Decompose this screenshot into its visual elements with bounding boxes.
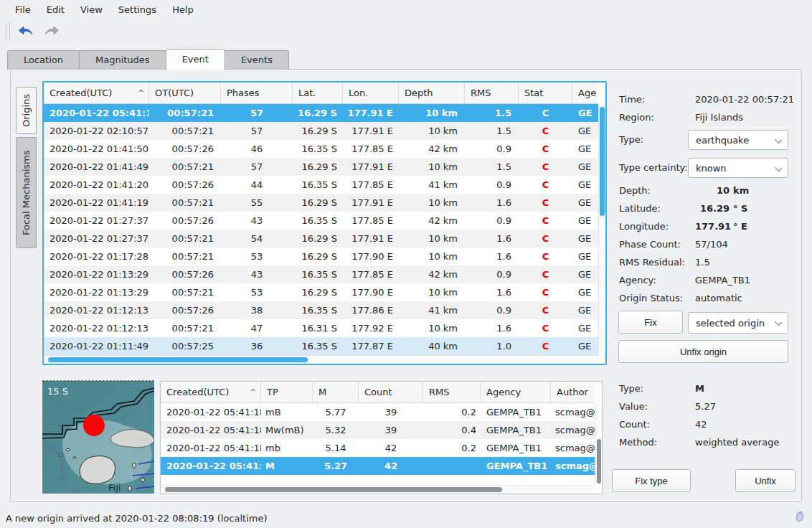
fix-button[interactable]: Fix: [618, 311, 683, 334]
table-cell: 2020-01-22 01:41:20: [44, 176, 149, 194]
table-row[interactable]: 2020-01-22 01:27:3700:57:215416.29 S177.…: [44, 230, 598, 248]
table-cell: 00:57:26: [149, 212, 221, 230]
magnitudes-table: Created(UTC)^TPMCountRMSAgencyAuthor2020…: [160, 381, 603, 494]
table-row[interactable]: 2020-01-22 05:41:18Mw(mB)5.32390.4GEMPA_…: [161, 421, 595, 439]
table-row[interactable]: 2020-01-22 05:41:18mB5.77390.2GEMPA_TB1s…: [161, 403, 595, 421]
region-value: Fiji Islands: [695, 112, 743, 123]
table-cell: GEMPA_TB1: [481, 403, 551, 421]
tab-location[interactable]: Location: [7, 50, 80, 70]
table-row[interactable]: 2020-01-22 01:41:2000:57:264416.35 S177.…: [44, 176, 598, 194]
menu-settings[interactable]: Settings: [110, 1, 164, 18]
undo-button[interactable]: [16, 22, 36, 40]
table-cell: GE: [572, 122, 598, 140]
table-cell: 00:57:21: [149, 194, 221, 212]
table-cell: 00:57:21: [149, 319, 221, 337]
table-cell: 177.86 E: [343, 301, 399, 319]
column-header[interactable]: Stat: [519, 82, 572, 103]
column-header[interactable]: RMS: [465, 82, 519, 103]
agency-value: GEMPA_TB1: [695, 275, 750, 286]
table-header-row: Created(UTC)^OT(UTC)PhasesLat.Lon.DepthR…: [44, 82, 598, 104]
table-row[interactable]: 2020-01-22 05:41:18M5.2742GEMPA_TB1scmag…: [161, 457, 595, 475]
column-header[interactable]: Phases: [221, 82, 293, 103]
table-cell: 42: [359, 439, 423, 457]
column-header[interactable]: OT(UTC): [149, 82, 221, 103]
origin-status-label: Origin Status:: [619, 293, 695, 304]
table-cell: C: [519, 212, 572, 230]
table-cell: 46: [221, 140, 293, 158]
table-cell: 1.6: [465, 283, 519, 301]
unfix-origin-button[interactable]: Unfix origin: [618, 340, 788, 363]
table-cell: 1.6: [465, 194, 519, 212]
column-header[interactable]: Author: [551, 382, 595, 402]
origins-table: Created(UTC)^OT(UTC)PhasesLat.Lon.DepthR…: [42, 81, 607, 365]
table-row[interactable]: 2020-01-22 01:41:4900:57:215716.29 S177.…: [44, 158, 598, 176]
table-row[interactable]: 2020-01-22 01:11:4900:57:253616.35 S177.…: [44, 337, 598, 355]
magnitudes-vertical-scrollbar[interactable]: [595, 403, 602, 485]
tab-events[interactable]: Events: [225, 50, 289, 70]
redo-button[interactable]: [42, 22, 62, 40]
table-cell: GE: [572, 283, 598, 301]
column-header[interactable]: Depth: [399, 82, 465, 103]
connection-status-icon[interactable]: [794, 512, 806, 525]
table-cell: C: [519, 158, 572, 176]
column-header[interactable]: TP: [261, 382, 313, 402]
fix-type-button[interactable]: Fix type: [612, 469, 691, 492]
tab-magnitudes[interactable]: Magnitudes: [79, 50, 166, 70]
table-row[interactable]: 2020-01-22 01:27:3700:57:264316.35 S177.…: [44, 212, 598, 230]
table-cell: 5.32: [313, 421, 359, 439]
column-header[interactable]: M: [313, 382, 359, 402]
table-row[interactable]: 2020-01-22 01:41:1900:57:215516.29 S177.…: [44, 194, 598, 212]
unfix-button[interactable]: Unfix: [735, 469, 796, 492]
column-header[interactable]: RMS: [423, 382, 481, 402]
event-type-combobox[interactable]: earthquake: [688, 130, 788, 150]
latitude-value: 16.29: [695, 203, 730, 214]
toolbar-drag-handle[interactable]: [6, 22, 10, 39]
table-cell: GE: [572, 140, 598, 158]
table-cell: GE: [572, 337, 598, 355]
type-certainty-combobox[interactable]: known: [688, 158, 788, 178]
origin-status-value: automatic: [695, 293, 742, 304]
menu-help[interactable]: Help: [164, 1, 202, 18]
menu-file[interactable]: File: [7, 1, 39, 18]
table-cell: 2020-01-22 01:41:50: [44, 140, 149, 158]
side-tab-focal-mechanisms[interactable]: Focal Mechanisms: [16, 137, 37, 248]
table-cell: 00:57:26: [149, 301, 221, 319]
side-tab-origins[interactable]: Origins: [16, 87, 37, 134]
table-row[interactable]: 2020-01-22 01:13:2900:57:264316.35 S177.…: [44, 265, 598, 283]
origins-horizontal-scrollbar[interactable]: [44, 355, 598, 364]
table-row[interactable]: 2020-01-22 02:10:5700:57:215716.29 S177.…: [44, 122, 598, 140]
map-thumbnail[interactable]: 15 S Fiji: [42, 380, 154, 494]
status-message: A new origin arrived at 2020-01-22 08:08…: [6, 513, 794, 524]
fix-target-combobox[interactable]: selected origin: [688, 312, 788, 334]
column-header[interactable]: Lat.: [293, 82, 343, 103]
column-header[interactable]: Lon.: [343, 82, 399, 103]
column-header[interactable]: Age: [572, 82, 598, 103]
tab-event[interactable]: Event: [166, 49, 225, 70]
menu-view[interactable]: View: [72, 1, 110, 18]
table-row[interactable]: 2020-01-22 01:12:1300:57:263816.35 S177.…: [44, 301, 598, 319]
table-cell: 53: [221, 283, 293, 301]
table-cell: C: [519, 337, 572, 355]
table-row[interactable]: 2020-01-22 05:41:18mb5.14420.2GEMPA_TB1s…: [161, 439, 595, 457]
column-header[interactable]: Created(UTC)^: [44, 82, 149, 103]
table-cell: GE: [572, 248, 598, 265]
table-row[interactable]: 2020-01-22 05:41:1700:57:215716.29 S177.…: [44, 104, 598, 122]
table-cell: 16.29 S: [293, 248, 343, 265]
column-header[interactable]: Created(UTC)^: [161, 382, 261, 402]
magnitudes-horizontal-scrollbar[interactable]: [161, 485, 595, 494]
column-header[interactable]: Count: [359, 382, 423, 402]
table-cell: 43: [221, 265, 293, 283]
column-header[interactable]: Agency: [481, 382, 551, 402]
origins-vertical-scrollbar[interactable]: [598, 104, 605, 355]
table-cell: 2020-01-22 05:41:18: [161, 421, 261, 439]
table-row[interactable]: 2020-01-22 01:17:2800:57:215316.29 S177.…: [44, 248, 598, 265]
table-cell: 1.5: [465, 158, 519, 176]
table-cell: 00:57:21: [149, 230, 221, 248]
menu-edit[interactable]: Edit: [39, 1, 72, 18]
map-latitude-label: 15 S: [47, 386, 68, 397]
table-row[interactable]: 2020-01-22 01:41:5000:57:264616.35 S177.…: [44, 140, 598, 158]
time-value: 2020-01-22 00:57:21: [695, 94, 794, 105]
magnitude-method-value: weighted average: [695, 437, 779, 448]
table-row[interactable]: 2020-01-22 01:12:1300:57:214716.31 S177.…: [44, 319, 598, 337]
table-row[interactable]: 2020-01-22 01:13:2900:57:215316.29 S177.…: [44, 283, 598, 301]
